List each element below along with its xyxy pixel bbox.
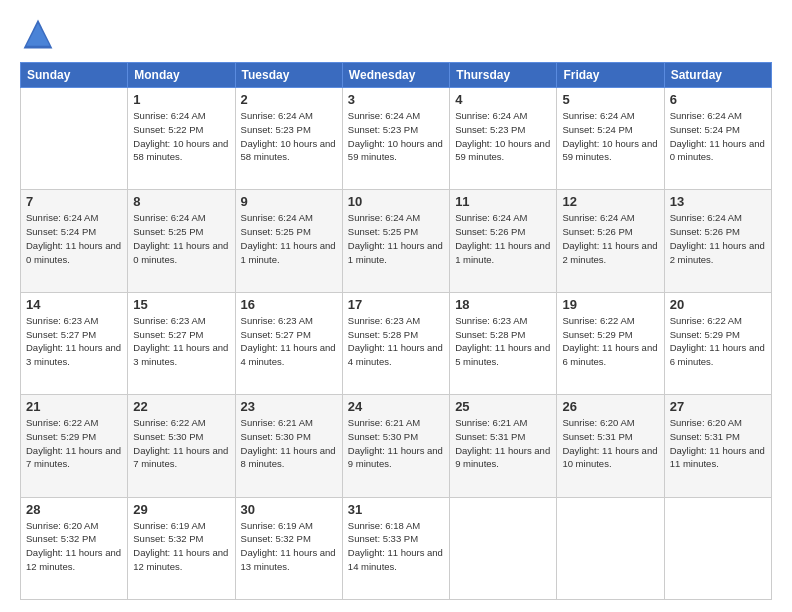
calendar-cell: 22Sunrise: 6:22 AMSunset: 5:30 PMDayligh… bbox=[128, 395, 235, 497]
day-number: 30 bbox=[241, 502, 337, 517]
day-number: 27 bbox=[670, 399, 766, 414]
weekday-monday: Monday bbox=[128, 63, 235, 88]
day-info: Sunrise: 6:19 AMSunset: 5:32 PMDaylight:… bbox=[133, 519, 229, 574]
calendar-cell bbox=[21, 88, 128, 190]
day-number: 2 bbox=[241, 92, 337, 107]
weekday-wednesday: Wednesday bbox=[342, 63, 449, 88]
day-info: Sunrise: 6:24 AMSunset: 5:24 PMDaylight:… bbox=[670, 109, 766, 164]
day-number: 11 bbox=[455, 194, 551, 209]
day-info: Sunrise: 6:22 AMSunset: 5:30 PMDaylight:… bbox=[133, 416, 229, 471]
day-info: Sunrise: 6:18 AMSunset: 5:33 PMDaylight:… bbox=[348, 519, 444, 574]
weekday-tuesday: Tuesday bbox=[235, 63, 342, 88]
day-info: Sunrise: 6:24 AMSunset: 5:23 PMDaylight:… bbox=[241, 109, 337, 164]
calendar-cell: 3Sunrise: 6:24 AMSunset: 5:23 PMDaylight… bbox=[342, 88, 449, 190]
calendar-cell: 30Sunrise: 6:19 AMSunset: 5:32 PMDayligh… bbox=[235, 497, 342, 599]
day-number: 13 bbox=[670, 194, 766, 209]
day-number: 20 bbox=[670, 297, 766, 312]
calendar-cell: 26Sunrise: 6:20 AMSunset: 5:31 PMDayligh… bbox=[557, 395, 664, 497]
calendar-cell: 25Sunrise: 6:21 AMSunset: 5:31 PMDayligh… bbox=[450, 395, 557, 497]
calendar-cell: 17Sunrise: 6:23 AMSunset: 5:28 PMDayligh… bbox=[342, 292, 449, 394]
calendar-cell: 7Sunrise: 6:24 AMSunset: 5:24 PMDaylight… bbox=[21, 190, 128, 292]
day-number: 31 bbox=[348, 502, 444, 517]
day-info: Sunrise: 6:23 AMSunset: 5:28 PMDaylight:… bbox=[348, 314, 444, 369]
svg-marker-1 bbox=[26, 23, 49, 46]
calendar-week-4: 28Sunrise: 6:20 AMSunset: 5:32 PMDayligh… bbox=[21, 497, 772, 599]
weekday-friday: Friday bbox=[557, 63, 664, 88]
day-number: 15 bbox=[133, 297, 229, 312]
day-number: 19 bbox=[562, 297, 658, 312]
day-info: Sunrise: 6:20 AMSunset: 5:31 PMDaylight:… bbox=[670, 416, 766, 471]
day-number: 25 bbox=[455, 399, 551, 414]
day-number: 21 bbox=[26, 399, 122, 414]
calendar-cell: 24Sunrise: 6:21 AMSunset: 5:30 PMDayligh… bbox=[342, 395, 449, 497]
day-number: 12 bbox=[562, 194, 658, 209]
calendar-week-3: 21Sunrise: 6:22 AMSunset: 5:29 PMDayligh… bbox=[21, 395, 772, 497]
day-number: 16 bbox=[241, 297, 337, 312]
calendar-cell: 14Sunrise: 6:23 AMSunset: 5:27 PMDayligh… bbox=[21, 292, 128, 394]
day-number: 5 bbox=[562, 92, 658, 107]
calendar-cell: 6Sunrise: 6:24 AMSunset: 5:24 PMDaylight… bbox=[664, 88, 771, 190]
calendar-cell: 20Sunrise: 6:22 AMSunset: 5:29 PMDayligh… bbox=[664, 292, 771, 394]
calendar-cell: 1Sunrise: 6:24 AMSunset: 5:22 PMDaylight… bbox=[128, 88, 235, 190]
calendar-cell: 5Sunrise: 6:24 AMSunset: 5:24 PMDaylight… bbox=[557, 88, 664, 190]
day-info: Sunrise: 6:24 AMSunset: 5:23 PMDaylight:… bbox=[455, 109, 551, 164]
calendar-cell: 23Sunrise: 6:21 AMSunset: 5:30 PMDayligh… bbox=[235, 395, 342, 497]
day-info: Sunrise: 6:24 AMSunset: 5:25 PMDaylight:… bbox=[133, 211, 229, 266]
calendar-cell: 9Sunrise: 6:24 AMSunset: 5:25 PMDaylight… bbox=[235, 190, 342, 292]
calendar-cell: 28Sunrise: 6:20 AMSunset: 5:32 PMDayligh… bbox=[21, 497, 128, 599]
day-number: 8 bbox=[133, 194, 229, 209]
day-info: Sunrise: 6:24 AMSunset: 5:22 PMDaylight:… bbox=[133, 109, 229, 164]
calendar-cell: 8Sunrise: 6:24 AMSunset: 5:25 PMDaylight… bbox=[128, 190, 235, 292]
calendar-cell: 18Sunrise: 6:23 AMSunset: 5:28 PMDayligh… bbox=[450, 292, 557, 394]
day-info: Sunrise: 6:22 AMSunset: 5:29 PMDaylight:… bbox=[26, 416, 122, 471]
weekday-saturday: Saturday bbox=[664, 63, 771, 88]
calendar-cell: 4Sunrise: 6:24 AMSunset: 5:23 PMDaylight… bbox=[450, 88, 557, 190]
day-info: Sunrise: 6:21 AMSunset: 5:31 PMDaylight:… bbox=[455, 416, 551, 471]
day-number: 9 bbox=[241, 194, 337, 209]
day-info: Sunrise: 6:24 AMSunset: 5:26 PMDaylight:… bbox=[455, 211, 551, 266]
weekday-sunday: Sunday bbox=[21, 63, 128, 88]
day-info: Sunrise: 6:21 AMSunset: 5:30 PMDaylight:… bbox=[241, 416, 337, 471]
calendar-cell: 29Sunrise: 6:19 AMSunset: 5:32 PMDayligh… bbox=[128, 497, 235, 599]
day-info: Sunrise: 6:24 AMSunset: 5:23 PMDaylight:… bbox=[348, 109, 444, 164]
calendar-cell: 15Sunrise: 6:23 AMSunset: 5:27 PMDayligh… bbox=[128, 292, 235, 394]
day-number: 1 bbox=[133, 92, 229, 107]
day-info: Sunrise: 6:22 AMSunset: 5:29 PMDaylight:… bbox=[562, 314, 658, 369]
calendar-cell bbox=[557, 497, 664, 599]
calendar-cell: 10Sunrise: 6:24 AMSunset: 5:25 PMDayligh… bbox=[342, 190, 449, 292]
day-number: 22 bbox=[133, 399, 229, 414]
day-number: 24 bbox=[348, 399, 444, 414]
day-info: Sunrise: 6:23 AMSunset: 5:27 PMDaylight:… bbox=[26, 314, 122, 369]
page: SundayMondayTuesdayWednesdayThursdayFrid… bbox=[0, 0, 792, 612]
day-number: 28 bbox=[26, 502, 122, 517]
calendar-table: SundayMondayTuesdayWednesdayThursdayFrid… bbox=[20, 62, 772, 600]
day-number: 14 bbox=[26, 297, 122, 312]
day-info: Sunrise: 6:22 AMSunset: 5:29 PMDaylight:… bbox=[670, 314, 766, 369]
day-info: Sunrise: 6:24 AMSunset: 5:24 PMDaylight:… bbox=[26, 211, 122, 266]
calendar-week-0: 1Sunrise: 6:24 AMSunset: 5:22 PMDaylight… bbox=[21, 88, 772, 190]
header bbox=[20, 16, 772, 52]
day-number: 4 bbox=[455, 92, 551, 107]
day-number: 7 bbox=[26, 194, 122, 209]
day-info: Sunrise: 6:24 AMSunset: 5:25 PMDaylight:… bbox=[348, 211, 444, 266]
calendar-cell: 31Sunrise: 6:18 AMSunset: 5:33 PMDayligh… bbox=[342, 497, 449, 599]
calendar-cell: 2Sunrise: 6:24 AMSunset: 5:23 PMDaylight… bbox=[235, 88, 342, 190]
day-number: 18 bbox=[455, 297, 551, 312]
day-info: Sunrise: 6:23 AMSunset: 5:27 PMDaylight:… bbox=[241, 314, 337, 369]
day-number: 23 bbox=[241, 399, 337, 414]
day-number: 6 bbox=[670, 92, 766, 107]
day-info: Sunrise: 6:21 AMSunset: 5:30 PMDaylight:… bbox=[348, 416, 444, 471]
calendar-cell bbox=[450, 497, 557, 599]
logo-icon bbox=[20, 16, 56, 52]
day-info: Sunrise: 6:24 AMSunset: 5:24 PMDaylight:… bbox=[562, 109, 658, 164]
day-info: Sunrise: 6:24 AMSunset: 5:26 PMDaylight:… bbox=[670, 211, 766, 266]
calendar-cell: 11Sunrise: 6:24 AMSunset: 5:26 PMDayligh… bbox=[450, 190, 557, 292]
logo bbox=[20, 16, 60, 52]
weekday-header-row: SundayMondayTuesdayWednesdayThursdayFrid… bbox=[21, 63, 772, 88]
day-number: 10 bbox=[348, 194, 444, 209]
day-info: Sunrise: 6:20 AMSunset: 5:32 PMDaylight:… bbox=[26, 519, 122, 574]
day-number: 3 bbox=[348, 92, 444, 107]
day-info: Sunrise: 6:23 AMSunset: 5:27 PMDaylight:… bbox=[133, 314, 229, 369]
calendar-cell: 21Sunrise: 6:22 AMSunset: 5:29 PMDayligh… bbox=[21, 395, 128, 497]
calendar-cell: 27Sunrise: 6:20 AMSunset: 5:31 PMDayligh… bbox=[664, 395, 771, 497]
